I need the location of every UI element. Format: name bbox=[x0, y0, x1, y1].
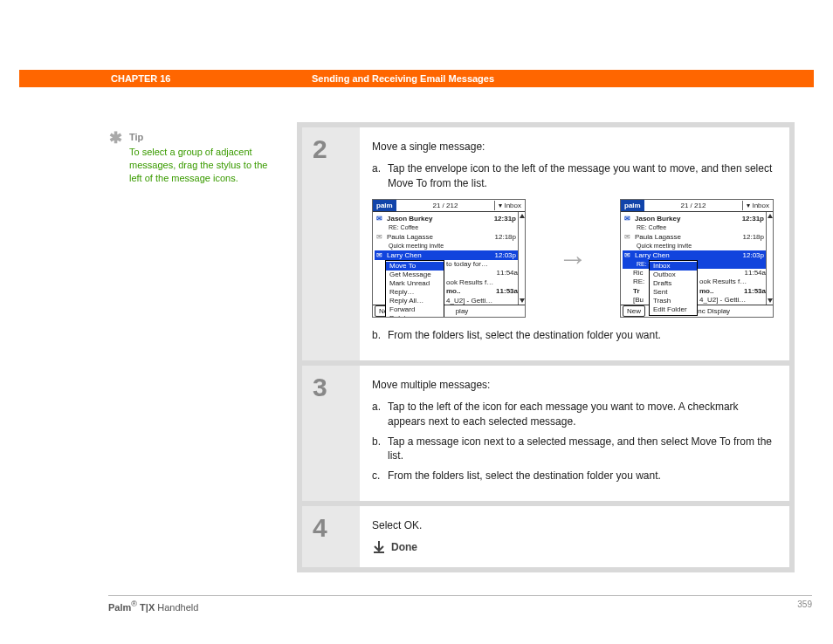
page-footer: Palm® T|X Handheld 359 bbox=[108, 595, 812, 613]
menu-item[interactable]: Mark Unread bbox=[386, 279, 444, 288]
step-2: 2 Move a single message: a.Tap the envel… bbox=[302, 127, 789, 360]
menu-item[interactable]: Reply… bbox=[386, 288, 444, 297]
substep-text: Tap a message icon next to a selected me… bbox=[388, 435, 774, 464]
partial-time: 11:54a bbox=[699, 269, 766, 277]
folder-item[interactable]: Trash bbox=[650, 297, 697, 305]
screenshots-row: palm 21 / 212 ▾ Inbox ✉Jason Burkey12:31… bbox=[372, 199, 774, 318]
folder-item[interactable]: Drafts bbox=[650, 279, 697, 288]
message-subject: RE: Coffee bbox=[375, 223, 518, 232]
substep-text: Tap the envelope icon to the left of the… bbox=[388, 161, 774, 191]
substep-letter: c. bbox=[372, 469, 388, 483]
asterisk-icon: ✱ bbox=[109, 131, 122, 145]
message-subject: RE: Coffee bbox=[623, 223, 766, 232]
menu-item[interactable]: Delete bbox=[386, 314, 444, 318]
message-row[interactable]: ✉Jason Burkey12:31p bbox=[623, 214, 766, 223]
page-number: 359 bbox=[797, 599, 812, 613]
substep-letter: a. bbox=[372, 161, 388, 191]
step-lead: Move a single message: bbox=[372, 140, 774, 154]
envelope-icon[interactable]: ✉ bbox=[624, 250, 635, 260]
message-row[interactable]: ✉Paula Lagasse12:18p bbox=[375, 232, 518, 242]
partial-name: mo.. bbox=[446, 287, 460, 295]
substep-letter: a. bbox=[372, 400, 388, 429]
palm-logo: palm bbox=[621, 200, 644, 211]
shot-header: palm 21 / 212 ▾ Inbox bbox=[373, 200, 525, 212]
partial-name: Tr bbox=[633, 287, 640, 295]
message-row-selected[interactable]: ✉Larry Chen12:03p bbox=[375, 250, 518, 260]
shot-header: palm 21 / 212 ▾ Inbox bbox=[621, 200, 773, 212]
steps-container: 2 Move a single message: a.Tap the envel… bbox=[297, 122, 795, 572]
partial-subject: 4_U2] - Getti… bbox=[699, 296, 766, 305]
substep-letter: b. bbox=[372, 435, 388, 464]
partial-subject: ook Results f… bbox=[446, 278, 518, 287]
menu-item-move-to[interactable]: Move To bbox=[386, 262, 444, 271]
palm-screenshot-folder-picker: palm 21 / 212 ▾ Inbox ✉Jason Burkey12:31… bbox=[620, 199, 774, 318]
step-number: 4 bbox=[302, 506, 360, 567]
message-row[interactable]: ✉Jason Burkey12:31p bbox=[375, 214, 518, 223]
palm-logo: palm bbox=[373, 200, 396, 211]
chapter-bar: CHAPTER 16 Sending and Receiving Email M… bbox=[19, 70, 814, 87]
arrow-right-icon: → bbox=[558, 238, 588, 280]
folder-item-inbox[interactable]: Inbox bbox=[650, 262, 697, 271]
substep-letter: b. bbox=[372, 328, 388, 343]
envelope-icon[interactable]: ✉ bbox=[376, 250, 387, 260]
menu-item[interactable]: Forward bbox=[386, 305, 444, 314]
envelope-icon[interactable]: ✉ bbox=[376, 214, 387, 223]
message-count: 21 / 212 bbox=[396, 201, 495, 210]
envelope-icon[interactable]: ✉ bbox=[624, 232, 635, 242]
tip-body: To select a group of adjacent messages, … bbox=[129, 146, 271, 185]
done-label: Done bbox=[391, 540, 417, 555]
partial-subject: RE: bbox=[633, 277, 644, 286]
message-subject: Quick meeting invite bbox=[375, 242, 518, 250]
done-arrow-icon bbox=[372, 540, 386, 554]
step-number: 3 bbox=[302, 366, 360, 501]
partial-subject: [Bu bbox=[633, 296, 644, 305]
menu-item[interactable]: Get Message bbox=[386, 271, 444, 279]
folder-item[interactable]: Outbox bbox=[650, 271, 697, 279]
tip-heading: Tip bbox=[129, 131, 271, 144]
folder-menu[interactable]: Inbox Outbox Drafts Sent Trash Edit Fold… bbox=[649, 260, 698, 316]
tip-block: ✱ Tip To select a group of adjacent mess… bbox=[109, 131, 271, 184]
folder-dropdown[interactable]: ▾ Inbox bbox=[494, 201, 525, 210]
done-indicator: Done bbox=[372, 540, 774, 555]
partial-time: 11:53a bbox=[744, 287, 766, 296]
substep-text: From the folders list, select the destin… bbox=[388, 328, 774, 343]
message-subject: Quick meeting invite bbox=[623, 242, 766, 250]
partial-time: 11:53a bbox=[496, 287, 518, 296]
step-4: 4 Select OK. Done bbox=[302, 506, 789, 567]
new-button[interactable]: New bbox=[623, 305, 645, 317]
folder-dropdown[interactable]: ▾ Inbox bbox=[742, 201, 773, 210]
menu-item[interactable]: Reply All… bbox=[386, 297, 444, 305]
partial-name: Ric bbox=[633, 269, 644, 277]
chapter-title: Sending and Receiving Email Messages bbox=[312, 73, 494, 84]
partial-name: mo.. bbox=[699, 287, 713, 295]
chapter-label: CHAPTER 16 bbox=[111, 73, 312, 84]
step-3: 3 Move multiple messages: a.Tap to the l… bbox=[302, 366, 789, 501]
folder-item[interactable]: Edit Folder bbox=[650, 305, 697, 314]
message-count: 21 / 212 bbox=[644, 201, 743, 210]
substep-text: From the folders list, select the destin… bbox=[388, 469, 774, 483]
palm-screenshot-context-menu: palm 21 / 212 ▾ Inbox ✉Jason Burkey12:31… bbox=[372, 199, 526, 318]
folder-item[interactable]: Sent bbox=[650, 288, 697, 297]
partial-subject: ook Results f… bbox=[699, 277, 766, 286]
partial-subject: 4_U2] - Getti… bbox=[446, 297, 518, 305]
partial-time: 11:54a bbox=[446, 269, 518, 277]
envelope-icon[interactable]: ✉ bbox=[624, 214, 635, 223]
envelope-icon[interactable]: ✉ bbox=[376, 232, 387, 242]
substep-text: Tap to the left of the icon for each mes… bbox=[388, 400, 774, 429]
step-lead: Select OK. bbox=[372, 518, 774, 533]
step-number: 2 bbox=[302, 127, 360, 360]
partial-subject: to today for… bbox=[446, 260, 518, 269]
context-menu[interactable]: Move To Get Message Mark Unread Reply… R… bbox=[385, 260, 444, 318]
message-row-selected[interactable]: ✉Larry Chen12:03p bbox=[623, 250, 766, 260]
step-lead: Move multiple messages: bbox=[372, 378, 774, 393]
message-row[interactable]: ✉Paula Lagasse12:18p bbox=[623, 232, 766, 242]
product-name: Palm® T|X Handheld bbox=[108, 599, 198, 613]
